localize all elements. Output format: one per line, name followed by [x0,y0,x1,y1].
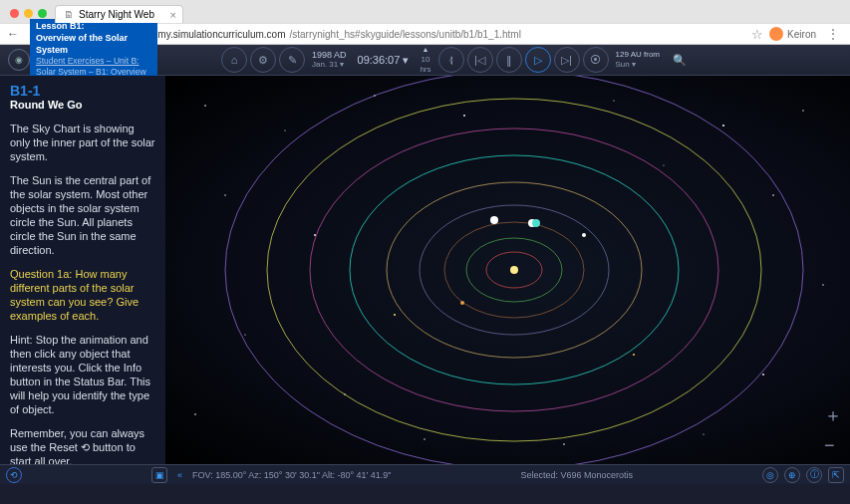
sidebar: B1-1 Round We Go The Sky Chart is showin… [0,76,165,464]
app-frame: ◉ Lesson B1: Overview of the Solar Syste… [0,45,850,484]
date-display[interactable]: 1998 AD Jan. 31 ▾ [308,50,351,70]
zoom-controls: ＋ − [824,403,842,456]
svg-point-22 [314,234,316,236]
app-logo-icon[interactable]: ◉ [8,49,30,71]
step-unit: hrs [420,65,430,75]
zoom-in-button[interactable]: ＋ [824,403,842,427]
profile-button[interactable]: Keiron [769,27,816,41]
minimize-window-icon[interactable] [24,9,33,18]
zoom-out-button[interactable]: − [824,435,842,456]
reset-button[interactable]: ⟲ [6,467,22,483]
svg-point-24 [194,413,196,415]
url-field[interactable]: 🔒 Secure | https://my.simulationcurricul… [66,29,745,40]
lesson-p2: The Sun is the central part of the solar… [10,173,155,257]
share-button[interactable]: ⇱ [828,467,844,483]
selected-readout: Selected: V696 Monocerotis [520,470,633,480]
svg-point-25 [344,393,345,394]
pause-button[interactable]: ‖ [496,47,522,73]
menu-icon[interactable]: ⋮ [822,26,844,42]
orbit-button[interactable]: ◎ [762,467,778,483]
bookmark-icon[interactable]: ☆ [751,27,763,42]
lesson-question: Question 1a: How many different parts of… [10,267,155,323]
location-display[interactable]: 129 AU from Sun ▾ [612,50,664,70]
question-label: Question 1a: [10,268,72,280]
skip-forward-button[interactable]: ▷| [554,47,580,73]
search-button[interactable]: 🔍 [667,47,693,73]
lesson-hint: Hint: Stop the animation and then click … [10,333,155,416]
location-pin-button[interactable]: ⦿ [583,47,609,73]
lesson-title: Round We Go [10,98,155,112]
lesson-p1: The Sky Chart is showing only the inner … [10,122,155,163]
lesson-reset: Remember, you can always use the Reset ⟲… [10,426,155,464]
location-line2: Sun ▾ [616,60,660,70]
svg-point-17 [463,115,465,117]
svg-point-14 [204,105,206,107]
solar-system-graphic [165,76,850,464]
svg-point-10 [490,216,498,224]
collapse-button[interactable]: « [177,470,182,480]
step-back-button[interactable]: ⦉ [438,47,464,73]
svg-point-23 [244,334,245,335]
svg-point-19 [722,125,724,126]
svg-point-21 [224,194,225,195]
page-icon: 🗎 [64,9,74,20]
main-area: B1-1 Round We Go The Sky Chart is showin… [0,76,850,464]
svg-point-20 [802,110,803,111]
date-year: 1998 AD [312,50,347,60]
svg-point-18 [613,100,614,101]
svg-point-34 [633,354,635,356]
fov-readout: FOV: 185.00° Az: 150° 30' 30.1" Alt: -80… [192,470,391,480]
time-step[interactable]: ▲ 10 hrs [416,45,434,75]
svg-point-13 [582,233,586,237]
lesson-panel: B1-1 Round We Go The Sky Chart is showin… [0,76,165,464]
svg-point-16 [374,95,375,96]
image-button[interactable]: ▣ [151,467,167,483]
location-line1: 129 AU from [616,50,660,60]
settings-button[interactable]: ⚙ [250,47,276,73]
date-day: Jan. 31 ▾ [312,60,344,70]
close-tab-icon[interactable]: × [170,9,176,21]
svg-point-31 [424,438,425,439]
home-button[interactable]: ⌂ [221,47,247,73]
svg-point-29 [703,433,704,434]
svg-point-26 [772,194,774,196]
edit-button[interactable]: ✎ [279,47,305,73]
browser-tab[interactable]: 🗎 Starry Night Web × [55,5,183,23]
lesson-code: B1-1 [10,84,155,98]
svg-point-11 [532,219,540,227]
app-toolbar: ◉ Lesson B1: Overview of the Solar Syste… [0,45,850,76]
close-window-icon[interactable] [10,9,19,18]
maximize-window-icon[interactable] [38,9,47,18]
play-button[interactable]: ▷ [525,47,551,73]
sky-chart[interactable]: ⌃ ⌄ ＋ − [165,76,850,464]
url-path: /starrynight_hs#skyguide/lessons/unitb/b… [290,29,521,40]
status-bar: ⟲ ▣ « FOV: 185.00° Az: 150° 30' 30.1" Al… [0,464,850,484]
url-host: my.simulationcurriculum.com [157,29,285,40]
svg-point-28 [762,374,764,376]
svg-point-27 [822,284,823,285]
svg-point-12 [460,301,464,305]
svg-point-15 [284,129,285,130]
step-button[interactable]: ⊕ [784,467,800,483]
svg-point-33 [394,314,396,316]
tab-bar: 🗎 Starry Night Web × [0,0,850,23]
svg-point-32 [663,164,664,165]
profile-name: Keiron [787,29,816,40]
time-display[interactable]: 09:36:07 ▾ [354,54,414,67]
back-button[interactable]: ← [6,27,20,41]
svg-point-30 [563,443,565,445]
avatar-icon [769,27,783,41]
skip-back-button[interactable]: |◁ [467,47,493,73]
sun-icon [510,266,518,274]
info-button[interactable]: ⓘ [806,467,822,483]
tab-title: Starry Night Web [79,9,154,20]
step-value: 10 [422,55,430,65]
